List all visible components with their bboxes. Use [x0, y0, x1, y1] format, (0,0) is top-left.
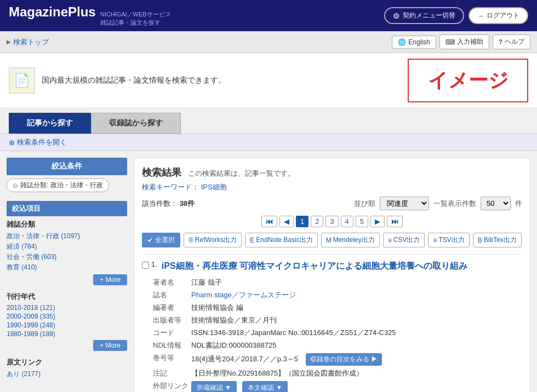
years-more-button[interactable]: + More: [93, 340, 127, 351]
endnote-export-button[interactable]: E EndNote Basic出力: [245, 233, 317, 247]
english-button[interactable]: 🌐 English: [392, 36, 436, 49]
cat-4: 教育 (410): [7, 263, 127, 272]
years-label: 刊行年代: [7, 292, 127, 302]
pagination: ⏮ ◀ 1 2 3 4 5 ▶ ⏭: [142, 216, 522, 227]
page-3-button[interactable]: 3: [325, 216, 338, 227]
image-placeholder-text: イメージ: [428, 67, 509, 94]
volume-toc-button[interactable]: 収録巻の目次をみる ▶: [306, 353, 382, 366]
active-filter-tag[interactable]: ⊖ 雑誌分類: 政治・法律・行政: [7, 178, 109, 192]
code-label: コード: [153, 328, 191, 338]
plus-icon: ⊕: [9, 139, 15, 147]
per-page-label: 一覧表示件数: [433, 199, 476, 209]
page-prev-button[interactable]: ◀: [279, 216, 294, 227]
years-section: 刊行年代 2010-2018 (121) 2000-2009 (335) 199: [7, 292, 127, 351]
page-next-button[interactable]: ▶: [370, 216, 385, 227]
input-assist-button[interactable]: ⌨ 入力補助: [439, 34, 489, 49]
page-4-button[interactable]: 4: [341, 216, 353, 227]
results-description: この検索結果は、記事一覧です。: [188, 169, 295, 178]
categories-label: 雑誌分類: [7, 220, 127, 229]
article-1: 1. iPS細胞・再生医療 可溶性マイクロキャリアによる細胞大量培養への取り組み…: [142, 254, 522, 392]
logo-main-text: MagazinePlus: [9, 4, 96, 20]
year-4: 1980-1989 (189): [7, 330, 127, 338]
fulltext-confirm-button[interactable]: 本文確認 ▼: [242, 381, 288, 392]
cat-link-2[interactable]: 経済 (784): [7, 243, 37, 250]
meta-volume-row: 巻号等 18(4)通号204／2018.7／／p.3～5 収録巻の目次をみる ▶: [153, 353, 522, 366]
page-2-button[interactable]: 2: [311, 216, 323, 227]
tab-articles[interactable]: 記事から探す: [9, 113, 91, 134]
refworks-icon: ®: [188, 237, 193, 244]
volume-value: 18(4)通号204／2018.7／／p.3～5 収録巻の目次をみる ▶: [191, 353, 522, 366]
bibtex-export-button[interactable]: B BibTex出力: [473, 233, 522, 247]
refworks-export-button[interactable]: ® RefWorks出力: [184, 233, 242, 247]
logout-button[interactable]: → ログアウト: [469, 7, 528, 24]
page-1-button[interactable]: 1: [296, 216, 309, 227]
meta-journal-row: 誌名 Pharm stage／ファームステージ: [153, 290, 522, 300]
help-button[interactable]: ? ヘルプ: [493, 34, 530, 49]
meta-code-row: コード ISSN:1346-3918／JapanMarc No.:0011664…: [153, 328, 522, 338]
sort-area: 並び順 関連度 新しい順 古い順 一覧表示件数 50 20 100 件: [354, 197, 522, 210]
location-confirm-button[interactable]: 所蔵確認 ▼: [191, 381, 237, 392]
logo-sub: NICHIGAI／WEBサービス 雑誌記事・論文を探す: [100, 10, 171, 27]
year-link-1[interactable]: 2010-2018 (121): [7, 304, 55, 312]
original-link-section: 原文リンク あり (2177): [7, 358, 127, 379]
navbar: ▶ 検索トップ 🌐 English ⌨ 入力補助 ? ヘルプ: [0, 31, 537, 53]
original-link-link[interactable]: あり (2177): [7, 370, 41, 378]
journal-link[interactable]: Pharm stage／ファームステージ: [191, 291, 296, 299]
results-count: 該当件数： 38件: [142, 199, 195, 209]
csv-export-button[interactable]: ≡ CSV出力: [383, 233, 425, 247]
cat-link-4[interactable]: 教育 (410): [7, 263, 37, 271]
year-3: 1990-1999 (248): [7, 321, 127, 329]
article-checkbox[interactable]: [142, 262, 149, 269]
cat-link-3[interactable]: 社会・労働 (603): [7, 253, 56, 261]
narrow-condition-title: 絞込条件: [7, 158, 127, 175]
journal-label: 誌名: [153, 290, 191, 300]
sort-label: 並び順: [354, 199, 375, 209]
cat-1: 政治・法律・行政 (1097): [7, 232, 127, 241]
year-link-2[interactable]: 2000-2009 (335): [7, 313, 55, 320]
sidebar: 絞込条件 ⊖ 雑誌分類: 政治・法律・行政 絞込項目 雑誌分類 政治・法律・行政…: [7, 158, 127, 392]
editor-value: 技術情報協会 編: [191, 303, 522, 313]
page-5-button[interactable]: 5: [356, 216, 368, 227]
tsv-export-button[interactable]: ≡ TSV出力: [428, 233, 469, 247]
search-condition-toggle[interactable]: ⊕ 検索条件を開く: [9, 137, 528, 147]
meta-author-row: 著者名 江藤 哉子: [153, 278, 522, 287]
keyboard-icon: ⌨: [445, 38, 455, 46]
per-page-unit: 件: [515, 199, 522, 209]
per-page-select[interactable]: 50 20 100: [481, 197, 511, 210]
tabs-bar: 記事から探す 収録誌から探す: [0, 108, 537, 134]
article-meta: 著者名 江藤 哉子 誌名 Pharm stage／ファームステージ 編著者 技術…: [153, 278, 522, 392]
year-2: 2000-2009 (335): [7, 313, 127, 320]
question-icon: ?: [499, 38, 502, 46]
mendeley-export-button[interactable]: M Mendeley出力: [321, 233, 380, 247]
mendeley-icon: M: [326, 237, 332, 244]
menu-switch-button[interactable]: ⚙ 契約メニュー切替: [384, 7, 464, 24]
journal-value: Pharm stage／ファームステージ: [191, 290, 522, 300]
globe-icon: 🌐: [398, 38, 406, 46]
original-link-label: 原文リンク: [7, 358, 127, 367]
page-last-button[interactable]: ⏭: [387, 216, 403, 227]
keyword-value: IPS細胞: [201, 183, 227, 191]
external-label: 外部リンク: [153, 381, 191, 392]
banner-left: 📄 国内最大規模の雑誌記事・論文情報を検索できます。: [9, 67, 226, 94]
year-link-3[interactable]: 1990-1999 (248): [7, 321, 55, 329]
sort-select[interactable]: 関連度 新しい順 古い順: [380, 197, 429, 210]
tab-journals[interactable]: 収録誌から探す: [91, 113, 181, 134]
logo-sub-bottom: 雑誌記事・論文を探す: [100, 19, 171, 27]
article-number: 1.: [151, 260, 157, 268]
search-top-link[interactable]: 検索トップ: [13, 37, 49, 47]
article-title-link[interactable]: iPS細胞・再生医療 可溶性マイクロキャリアによる細胞大量培養への取り組み: [162, 261, 467, 270]
article-title: iPS細胞・再生医療 可溶性マイクロキャリアによる細胞大量培養への取り組み: [162, 260, 467, 272]
cat-link-1[interactable]: 政治・法律・行政 (1097): [7, 232, 80, 240]
banner: 📄 国内最大規模の雑誌記事・論文情報を検索できます。 イメージ: [0, 53, 537, 108]
meta-publisher-row: 出版者等 技術情報協会／東京／月刊: [153, 315, 522, 325]
note-value: 【日外整理No.Z029168875】（国立国会図書館作成）: [191, 368, 522, 378]
page-first-button[interactable]: ⏮: [261, 216, 277, 227]
code-value: ISSN:1346-3918／JapanMarc No.:00116645／ZS…: [191, 328, 522, 338]
select-all-button[interactable]: ✔ 全選択: [142, 233, 180, 247]
categories-more-button[interactable]: + More: [93, 274, 127, 285]
external-value: 所蔵確認 ▼ 本文確認 ▼: [191, 381, 522, 392]
results-title: 検索結果: [142, 166, 181, 179]
publisher-label: 出版者等: [153, 315, 191, 325]
minus-icon: ⊖: [13, 182, 18, 189]
year-link-4[interactable]: 1980-1989 (189): [7, 330, 55, 338]
